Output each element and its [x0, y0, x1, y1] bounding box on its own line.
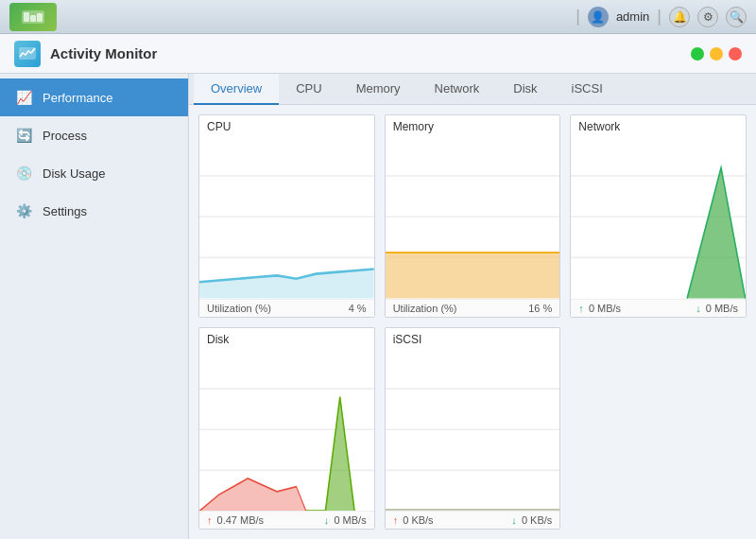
memory-chart-card: Memory Utilization (%) 16 % [385, 114, 561, 318]
charts-grid: CPU Utilization (%) [189, 105, 756, 539]
sidebar-label-disk-usage: Disk Usage [43, 166, 105, 181]
cpu-chart-card: CPU Utilization (%) [198, 114, 375, 318]
iscsi-download-value: 0 KB/s [522, 514, 552, 526]
iscsi-upload-arrow-icon: ↑ [393, 514, 399, 526]
cpu-utilization-label: Utilization (%) [207, 303, 271, 314]
iscsi-download-arrow-icon: ↓ [511, 514, 517, 526]
sidebar-item-performance[interactable]: 📈 Performance [0, 78, 188, 116]
network-chart-card: Network ↑ 0 MB/s [570, 114, 747, 318]
activity-monitor-icon [14, 41, 41, 67]
iscsi-chart-body [386, 348, 560, 512]
cpu-chart-svg [199, 135, 374, 299]
content-area: Overview CPU Memory Network Disk iSCSI C… [189, 74, 756, 539]
cpu-utilization-value: 4 % [349, 303, 367, 314]
disk-write-arrow-icon: ↓ [324, 514, 330, 526]
sidebar-item-settings[interactable]: ⚙️ Settings [0, 192, 188, 230]
process-icon: 🔄 [14, 126, 33, 145]
disk-usage-icon: 💿 [14, 164, 33, 183]
iscsi-chart-title: iSCSI [386, 328, 560, 348]
memory-utilization-value: 16 % [528, 303, 552, 314]
network-upload-value: 0 MB/s [589, 303, 621, 314]
sidebar-label-settings: Settings [43, 204, 87, 218]
disk-chart-title: Disk [199, 328, 374, 348]
maximize-button[interactable] [691, 47, 704, 61]
separator-1: | [576, 7, 580, 26]
app-title: Activity Monitor [50, 45, 681, 61]
disk-read-value: 0.47 MB/s [217, 514, 265, 526]
network-download-value: 0 MB/s [706, 303, 738, 314]
sidebar: 📈 Performance 🔄 Process 💿 Disk Usage ⚙️ … [0, 74, 189, 539]
separator-2: | [657, 7, 662, 26]
svg-rect-1 [24, 12, 29, 22]
iscsi-download-indicator: ↓ 0 KB/s [511, 514, 552, 526]
memory-chart-footer: Utilization (%) 16 % [386, 299, 560, 317]
memory-chart-svg [386, 135, 560, 299]
window-controls [691, 47, 742, 61]
main-layout: 📈 Performance 🔄 Process 💿 Disk Usage ⚙️ … [0, 74, 756, 539]
network-chart-body [571, 135, 746, 299]
user-avatar: 👤 [588, 7, 609, 27]
tab-bar: Overview CPU Memory Network Disk iSCSI [189, 74, 756, 105]
network-upload-indicator: ↑ 0 MB/s [578, 303, 621, 314]
upload-arrow-icon: ↑ [578, 303, 584, 314]
top-bar: | 👤 admin | 🔔 ⚙ 🔍 [0, 0, 756, 34]
cpu-chart-body [199, 135, 374, 299]
notifications-icon[interactable]: 🔔 [669, 7, 690, 27]
svg-rect-3 [37, 13, 43, 22]
tab-network[interactable]: Network [418, 74, 497, 105]
tab-overview[interactable]: Overview [194, 74, 279, 105]
disk-chart-body [199, 348, 374, 512]
minimize-button[interactable] [710, 47, 723, 61]
iscsi-chart-footer: ↑ 0 KB/s ↓ 0 KB/s [386, 511, 560, 529]
sidebar-item-process[interactable]: 🔄 Process [0, 116, 188, 154]
app-logo [9, 3, 57, 31]
memory-utilization-label: Utilization (%) [393, 303, 457, 314]
sidebar-label-performance: Performance [43, 91, 112, 105]
admin-label: admin [616, 9, 649, 24]
disk-read-indicator: ↑ 0.47 MB/s [207, 514, 264, 526]
memory-chart-title: Memory [386, 115, 560, 135]
iscsi-chart-card: iSCSI ↑ 0 KB/s [385, 327, 561, 530]
cpu-chart-title: CPU [199, 115, 374, 135]
network-chart-footer: ↑ 0 MB/s ↓ 0 MB/s [571, 299, 746, 317]
disk-chart-card: Disk [198, 327, 375, 530]
settings-icon[interactable]: ⚙ [697, 7, 718, 27]
disk-write-indicator: ↓ 0 MB/s [324, 514, 367, 526]
tab-cpu[interactable]: CPU [279, 74, 338, 105]
tab-memory[interactable]: Memory [339, 74, 418, 105]
search-icon[interactable]: 🔍 [726, 7, 747, 27]
performance-icon: 📈 [14, 88, 33, 107]
title-bar: Activity Monitor [0, 34, 756, 74]
disk-read-arrow-icon: ↑ [207, 514, 213, 526]
network-download-indicator: ↓ 0 MB/s [696, 303, 738, 314]
sidebar-label-process: Process [43, 129, 87, 143]
cpu-chart-footer: Utilization (%) 4 % [199, 299, 374, 317]
svg-rect-2 [30, 15, 36, 22]
disk-chart-svg [199, 348, 374, 512]
svg-rect-14 [386, 252, 560, 298]
iscsi-upload-value: 0 KB/s [403, 514, 433, 526]
network-chart-svg [571, 135, 746, 299]
memory-chart-body [386, 135, 560, 299]
disk-write-value: 0 MB/s [334, 514, 366, 526]
tab-disk[interactable]: Disk [496, 74, 554, 105]
close-button[interactable] [729, 47, 742, 61]
settings-gear-icon: ⚙️ [14, 201, 33, 220]
download-arrow-icon: ↓ [696, 303, 701, 314]
top-bar-icons: | 👤 admin | 🔔 ⚙ 🔍 [576, 7, 747, 27]
tab-iscsi[interactable]: iSCSI [555, 74, 620, 105]
disk-chart-footer: ↑ 0.47 MB/s ↓ 0 MB/s [199, 511, 374, 529]
iscsi-upload-indicator: ↑ 0 KB/s [393, 514, 434, 526]
iscsi-chart-svg [386, 348, 560, 512]
network-chart-title: Network [571, 115, 746, 135]
sidebar-item-disk-usage[interactable]: 💿 Disk Usage [0, 154, 188, 192]
